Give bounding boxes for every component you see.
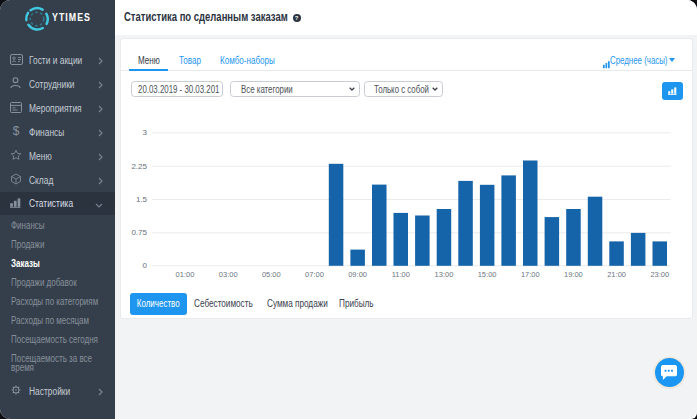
- svg-text:09:00: 09:00: [348, 270, 367, 279]
- svg-text:11:00: 11:00: [392, 270, 410, 279]
- svg-text:19:00: 19:00: [564, 270, 583, 279]
- svg-text:17:00: 17:00: [521, 270, 540, 279]
- svg-text:21:00: 21:00: [607, 270, 626, 279]
- svg-text:07:00: 07:00: [305, 270, 324, 279]
- svg-text:23:00: 23:00: [650, 270, 669, 279]
- svg-text:15:00: 15:00: [478, 270, 497, 279]
- svg-text:01:00: 01:00: [176, 270, 195, 279]
- svg-text:3: 3: [143, 128, 148, 137]
- svg-text:13:00: 13:00: [435, 270, 454, 279]
- svg-text:05:00: 05:00: [262, 270, 281, 279]
- svg-text:0.75: 0.75: [131, 228, 147, 237]
- svg-text:1.5: 1.5: [136, 195, 148, 204]
- svg-text:0: 0: [143, 261, 148, 270]
- svg-text:2.25: 2.25: [131, 162, 147, 171]
- svg-text:03:00: 03:00: [219, 270, 238, 279]
- svg-text:$: $: [13, 124, 20, 137]
